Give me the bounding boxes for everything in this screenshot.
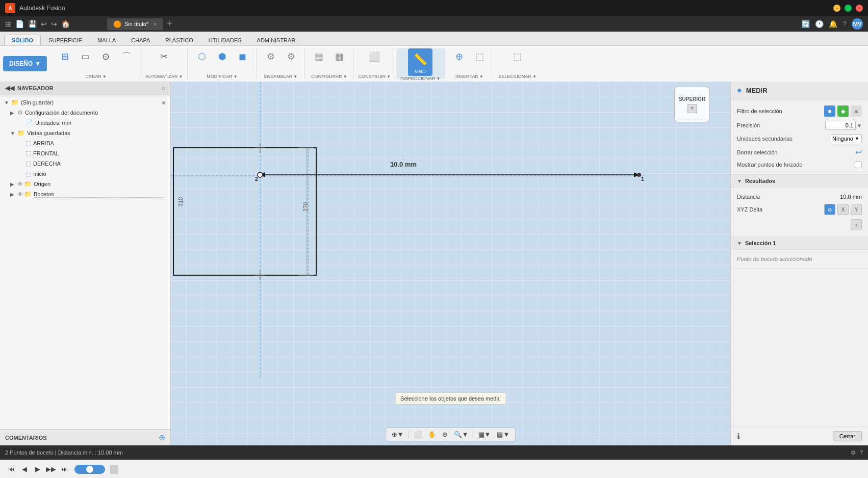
xyz-z-btn[interactable]: ↕	[851, 219, 862, 230]
file-icon[interactable]: 📄	[15, 20, 24, 28]
close-button[interactable]: ×	[856, 5, 863, 12]
crear-extrude[interactable]: ▭	[76, 48, 95, 65]
expand-views[interactable]: ▼	[10, 130, 16, 136]
tree-item-config[interactable]: ▶ ⚙ Configuración del documento	[0, 108, 170, 118]
tree-item-inicio[interactable]: ⬚ Inicio	[0, 169, 170, 179]
viewport[interactable]: 10.0 mm 2 1 310 270 SUPERIOR T Seleccion…	[171, 82, 730, 445]
configurar-btn2[interactable]: ▦	[330, 48, 349, 65]
eye-icon-origen[interactable]: 👁	[17, 181, 23, 187]
expand-root[interactable]: ▼	[4, 100, 10, 105]
selection1-section-header[interactable]: ▼ Selección 1	[731, 237, 868, 250]
results-section-header[interactable]: ▼ Resultados	[731, 175, 868, 188]
info-icon[interactable]: ℹ	[737, 432, 740, 441]
vp-grid-btn[interactable]: ▤▼	[495, 430, 511, 439]
view-icon-derecha: ⬚	[25, 160, 31, 167]
xyz-x-btn[interactable]: X	[837, 204, 849, 215]
tab-utilidades[interactable]: UTILIDADES	[201, 35, 249, 45]
modificar-btn2[interactable]: ⬢	[213, 48, 232, 65]
tab-malla[interactable]: MALLA	[90, 35, 123, 45]
timeline-slider[interactable]	[74, 465, 105, 474]
seleccionar-btn1[interactable]: ⬚	[508, 48, 527, 65]
secondary-units-select[interactable]: Ninguno ▼	[830, 134, 862, 143]
expand-config[interactable]: ▶	[10, 110, 16, 116]
undo-icon[interactable]: ↩	[41, 20, 47, 28]
show-snap-checkbox[interactable]	[855, 161, 862, 168]
comments-add-icon[interactable]: ⊕	[159, 433, 165, 442]
tree-item-units[interactable]: 📄 Unidades: mm	[0, 118, 170, 128]
home-icon[interactable]: 🏠	[61, 20, 70, 28]
insertar-btn2[interactable]: ⬚	[470, 48, 489, 65]
tab-plastico[interactable]: PLÁSTICO	[158, 35, 200, 45]
tree-item-root[interactable]: ▼ 📁 (Sin guardar) ⏺	[0, 97, 170, 108]
filter-solid-icon[interactable]: ■	[824, 105, 835, 117]
precision-dropdown-btn[interactable]: ▼	[857, 123, 862, 128]
tree-item-arriba[interactable]: ⬚ ARRIBA	[0, 138, 170, 148]
record-icon[interactable]: ⏺	[161, 100, 166, 105]
tree-item-derecha[interactable]: ⬚ DERECHA	[0, 158, 170, 169]
title-bar: A Autodesk Fusion − □ ×	[0, 0, 868, 16]
step-fwd-btn[interactable]: ▶▶	[45, 463, 57, 475]
skip-fwd-btn[interactable]: ⏭	[58, 463, 70, 475]
eye-icon-bocetos[interactable]: 👁	[17, 191, 23, 197]
crear-new-component[interactable]: ⊞	[56, 48, 74, 65]
skip-back-btn[interactable]: ⏮	[5, 463, 17, 475]
tree-item-views[interactable]: ▼ 📁 Vistas guardadas	[0, 128, 170, 138]
inspeccionar-measure-btn[interactable]: 📏 Medir	[408, 48, 432, 76]
ensamblar-btn1[interactable]: ⚙	[262, 48, 280, 65]
crear-sweep[interactable]: ⌒	[117, 48, 136, 65]
tab-solido[interactable]: SÓLIDO	[4, 35, 41, 45]
insertar-btn1[interactable]: ⊕	[450, 48, 468, 65]
tab-superficie[interactable]: SUPERFICIE	[41, 35, 90, 45]
restore-button[interactable]: □	[845, 5, 852, 12]
redo-icon[interactable]: ↪	[51, 20, 57, 28]
vp-zoom-fit-btn[interactable]: ⊕	[441, 430, 449, 439]
construir-btn1[interactable]: ⬜	[365, 48, 384, 65]
precision-input[interactable]	[825, 121, 856, 130]
modificar-btn3[interactable]: ◼	[234, 48, 252, 65]
save-icon[interactable]: 💾	[28, 20, 37, 28]
clock-icon[interactable]: 🕐	[815, 20, 824, 28]
sync-icon[interactable]: 🔄	[801, 20, 810, 28]
automatizar-btn1[interactable]: ✂	[155, 48, 173, 65]
timeline-extension[interactable]	[110, 465, 118, 474]
active-tab[interactable]: 🟠 Sin título* ×	[107, 18, 163, 30]
vp-camera-btn[interactable]: ⬜	[412, 430, 423, 439]
modificar-btn1[interactable]: ⬡	[193, 48, 211, 65]
step-back-btn[interactable]: ◀	[18, 463, 31, 475]
tree-item-frontal[interactable]: ⬚ FRONTAL	[0, 148, 170, 158]
status-settings-icon[interactable]: ⚙	[851, 449, 856, 456]
ensamblar-btn2[interactable]: ⚙	[282, 48, 300, 65]
tree-item-origen[interactable]: ▶ 👁 📁 Origen	[0, 179, 170, 189]
view-compass[interactable]: SUPERIOR T	[674, 87, 710, 122]
close-panel-button[interactable]: Cerrar	[833, 431, 862, 441]
tree-item-bocetos[interactable]: ▶ 👁 📁 Bocetos	[0, 189, 170, 199]
grid-icon[interactable]: ⊞	[5, 20, 11, 28]
xyz-circle-btn[interactable]: ⊘	[824, 204, 835, 215]
notification-icon[interactable]: 🔔	[829, 20, 837, 28]
vp-pan-btn[interactable]: ✋	[426, 430, 438, 439]
ribbon-group-inspeccionar: 📏 Medir INSPECCIONAR ▼	[396, 48, 445, 79]
design-button[interactable]: DISEÑO ▼	[3, 56, 47, 71]
play-btn[interactable]: ▶	[32, 463, 44, 475]
help-icon[interactable]: ?	[843, 20, 847, 28]
vp-snap-btn[interactable]: ⊕▼	[390, 430, 405, 439]
new-tab-button[interactable]: +	[167, 19, 173, 30]
expand-bocetos[interactable]: ▶	[10, 192, 16, 197]
vp-display-btn[interactable]: ▦▼	[477, 430, 493, 439]
nav-close-icon[interactable]: ○	[162, 85, 165, 91]
filter-other-icon[interactable]: ≡	[851, 105, 862, 117]
user-avatar[interactable]: MV	[852, 18, 863, 30]
nav-back-icon[interactable]: ◀◀	[5, 85, 14, 92]
expand-origen[interactable]: ▶	[10, 181, 16, 187]
tab-close-icon[interactable]: ×	[154, 21, 157, 27]
crear-revolve[interactable]: ⊙	[97, 48, 115, 65]
filter-surface-icon[interactable]: ◆	[837, 105, 849, 117]
clear-selection-btn[interactable]: ↩	[855, 147, 862, 157]
status-help-icon[interactable]: ?	[860, 449, 863, 456]
tab-chapa[interactable]: CHAPA	[123, 35, 158, 45]
configurar-btn1[interactable]: ▤	[310, 48, 328, 65]
tab-administrar[interactable]: ADMINISTRAR	[249, 35, 303, 45]
minimize-button[interactable]: −	[833, 5, 840, 12]
xyz-y-btn[interactable]: Y	[851, 204, 862, 215]
vp-zoom-btn[interactable]: 🔍▼	[452, 430, 470, 439]
